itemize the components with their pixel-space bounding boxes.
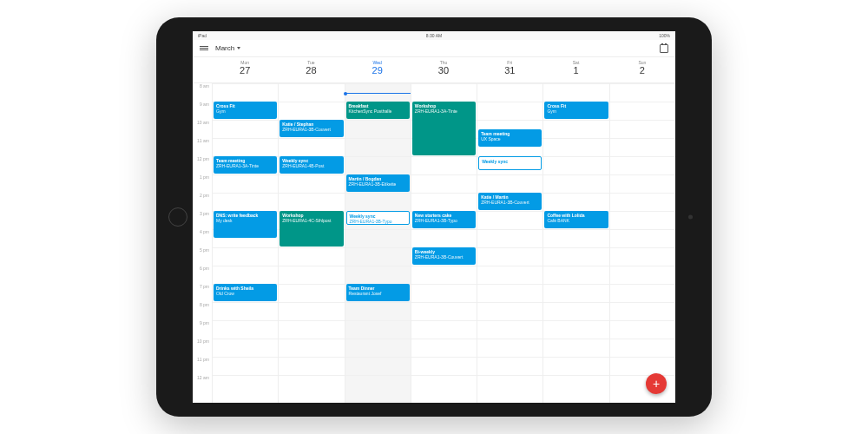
day-header[interactable]: Tue28 xyxy=(278,57,344,82)
calendar-event[interactable]: Weekly syncZRH-EURA1-3B-Typo xyxy=(346,211,410,225)
calendar-event[interactable]: BreakfastKitchenSync Posthalle xyxy=(346,102,410,119)
day-column[interactable] xyxy=(609,83,675,403)
event-subtitle: Restaurant Josef xyxy=(349,291,407,296)
hour-label: 9 pm xyxy=(193,320,209,339)
screen: iPad 8:30 AM 100% March Mon27Tue28Wed29T… xyxy=(193,31,675,403)
month-label: March xyxy=(215,44,234,52)
event-subtitle: ZRH-EURA1-4B-Post xyxy=(282,163,340,168)
day-header[interactable]: Fri31 xyxy=(477,57,542,82)
hour-label: 12 am xyxy=(193,375,209,393)
menu-icon[interactable] xyxy=(200,46,208,50)
hour-label: 9 am xyxy=(193,102,209,120)
hour-label: 1 pm xyxy=(193,174,209,193)
hour-label: 6 pm xyxy=(193,266,209,284)
hour-label: 3 pm xyxy=(193,211,209,229)
day-number: 30 xyxy=(411,65,477,76)
calendar-grid[interactable]: 8 am9 am10 am11 am12 pm1 pm2 pm3 pm4 pm5… xyxy=(193,83,675,403)
camera-dot xyxy=(688,215,693,220)
hour-label: 7 pm xyxy=(193,284,209,302)
day-number: 29 xyxy=(345,65,411,76)
event-subtitle: ZRH-EURA1-3B-Typo xyxy=(350,219,406,224)
add-event-fab[interactable]: + xyxy=(646,373,667,394)
day-number: 2 xyxy=(609,65,675,76)
day-header[interactable]: Wed29 xyxy=(345,57,411,82)
now-indicator xyxy=(345,93,411,94)
calendar-event[interactable]: Weekly syncZRH-EURA1-4B-Post xyxy=(279,156,343,174)
calendar-event[interactable]: New starters cakeZRH-EURA1-3B-Typo xyxy=(412,211,476,228)
hour-label: 2 pm xyxy=(193,193,209,211)
event-subtitle: ZRH-EURA1-3B-Typo xyxy=(415,218,473,223)
today-icon[interactable] xyxy=(660,44,668,53)
time-gutter: 8 am9 am10 am11 am12 pm1 pm2 pm3 pm4 pm5… xyxy=(193,83,212,403)
status-bar: iPad 8:30 AM 100% xyxy=(193,31,675,40)
event-subtitle: Gym xyxy=(547,108,605,114)
calendar-event[interactable]: WorkshopZRH-EURA1-4C-Sihlpost xyxy=(279,211,343,247)
event-title: Weekly sync xyxy=(482,159,538,164)
event-subtitle: ZRH-EURA1-3B-Etikette xyxy=(349,181,407,187)
calendar-event[interactable]: Drinks with SheilaOld Crow xyxy=(214,284,277,301)
calendar-event[interactable]: Coffee with LolidaCafé BANK xyxy=(544,211,608,228)
day-header[interactable]: Sat1 xyxy=(542,57,608,82)
day-header[interactable]: Mon27 xyxy=(212,57,278,82)
day-number: 31 xyxy=(477,65,542,76)
hour-label: 12 pm xyxy=(193,156,209,174)
hour-label: 5 pm xyxy=(193,247,209,266)
calendar-event[interactable]: DNS: write feedbackMy desk xyxy=(214,211,277,238)
calendar-event[interactable]: Cross FitGym xyxy=(214,102,277,119)
hour-label: 10 pm xyxy=(193,339,209,357)
event-subtitle: KitchenSync Posthalle xyxy=(349,108,407,114)
day-column[interactable]: Team meetingUX SpaceWeekly syncKatie / M… xyxy=(477,83,542,403)
month-picker[interactable]: March xyxy=(215,44,240,52)
calendar-event[interactable]: Katie / StephanZRH-EURA1-3B-Couvert xyxy=(279,120,343,137)
event-subtitle: Café BANK xyxy=(547,218,605,223)
event-subtitle: ZRH-EURA1-3A-Tinte xyxy=(216,163,274,168)
calendar-event[interactable]: Bi-weeklyZRH-EURA1-3B-Couvert xyxy=(412,247,476,265)
day-number: 1 xyxy=(542,65,608,76)
calendar-event[interactable]: Team meetingUX Space xyxy=(478,129,542,147)
hour-label: 4 pm xyxy=(193,229,209,247)
day-headers: Mon27Tue28Wed29Thu30Fri31Sat1Sun2 xyxy=(193,57,675,83)
home-button[interactable] xyxy=(168,207,187,227)
day-column[interactable]: BreakfastKitchenSync PosthalleMartin / B… xyxy=(345,83,411,403)
calendar-event[interactable]: Team DinnerRestaurant Josef xyxy=(346,284,410,301)
event-subtitle: ZRH-EURA1-3B-Couvert xyxy=(415,254,473,260)
chevron-down-icon xyxy=(237,47,240,49)
hour-label: 11 pm xyxy=(193,357,209,375)
tablet-frame: iPad 8:30 AM 100% March Mon27Tue28Wed29T… xyxy=(156,17,712,417)
calendar-event[interactable]: Katie / MartinZRH-EURA1-3B-Couvert xyxy=(478,193,542,210)
hour-label: 11 am xyxy=(193,138,209,156)
hour-label: 10 am xyxy=(193,120,209,138)
app-header: March xyxy=(193,40,675,57)
day-header[interactable]: Sun2 xyxy=(609,57,675,82)
day-number: 27 xyxy=(212,65,278,76)
day-column[interactable]: Katie / StephanZRH-EURA1-3B-CouvertWeekl… xyxy=(278,83,344,403)
day-column[interactable]: Cross FitGymTeam meetingZRH-EURA1-3A-Tin… xyxy=(212,83,278,403)
calendar-event[interactable]: Cross FitGym xyxy=(544,102,608,119)
plus-icon: + xyxy=(653,377,660,391)
event-subtitle: Old Crow xyxy=(216,291,274,296)
calendar-event[interactable]: Team meetingZRH-EURA1-3A-Tinte xyxy=(214,156,277,174)
event-subtitle: ZRH-EURA1-4C-Sihlpost xyxy=(282,218,340,223)
day-number: 28 xyxy=(278,65,344,76)
status-time: 8:30 AM xyxy=(426,33,442,38)
event-subtitle: UX Space xyxy=(481,136,539,141)
hour-label: 8 pm xyxy=(193,302,209,320)
event-subtitle: ZRH-EURA1-3A-Tinte xyxy=(415,108,473,114)
hour-label: 8 am xyxy=(193,83,209,102)
status-battery: 100% xyxy=(659,33,670,38)
day-column[interactable]: WorkshopZRH-EURA1-3A-TinteNew starters c… xyxy=(411,83,477,403)
day-header[interactable]: Thu30 xyxy=(411,57,477,82)
calendar-event[interactable]: Weekly sync xyxy=(478,156,542,170)
calendar-event[interactable]: WorkshopZRH-EURA1-3A-Tinte xyxy=(412,102,476,155)
event-subtitle: My desk xyxy=(216,218,274,223)
calendar-event[interactable]: Martin / BogdanZRH-EURA1-3B-Etikette xyxy=(346,174,410,192)
day-columns: Cross FitGymTeam meetingZRH-EURA1-3A-Tin… xyxy=(212,83,675,403)
day-column[interactable]: Cross FitGymCoffee with LolidaCafé BANK xyxy=(542,83,608,403)
event-subtitle: ZRH-EURA1-3B-Couvert xyxy=(282,127,340,132)
status-device: iPad xyxy=(198,33,207,38)
event-subtitle: Gym xyxy=(216,108,274,114)
event-subtitle: ZRH-EURA1-3B-Couvert xyxy=(481,200,539,205)
